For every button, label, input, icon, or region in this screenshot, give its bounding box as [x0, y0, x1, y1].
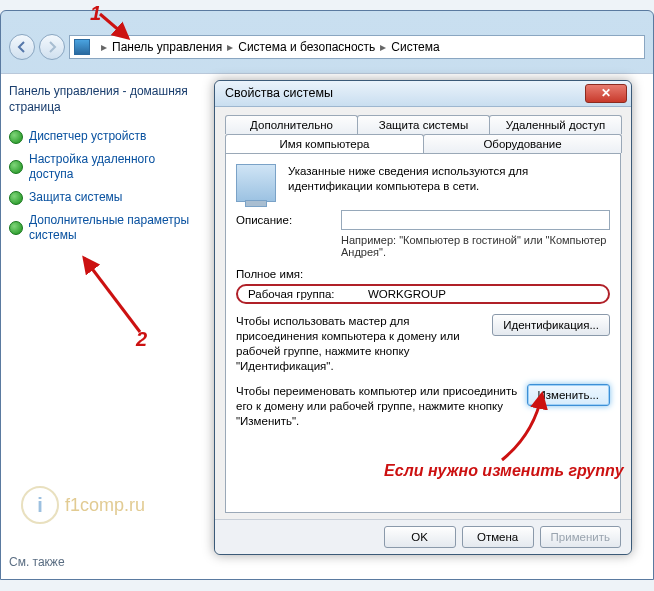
nav-row: ▸ Панель управления ▸ Система и безопасн… [9, 33, 645, 61]
identification-text: Чтобы использовать мастер для присоедине… [236, 314, 492, 374]
breadcrumb-seg-3[interactable]: Система [391, 40, 439, 54]
info-text: Указанные ниже сведения используются для… [288, 164, 610, 194]
fullname-label: Полное имя: [236, 268, 341, 280]
description-label: Описание: [236, 214, 341, 226]
system-properties-dialog: Свойства системы ✕ Дополнительно Защита … [214, 80, 632, 555]
shield-icon [9, 130, 23, 144]
change-text: Чтобы переименовать компьютер или присое… [236, 384, 527, 429]
dialog-title: Свойства системы [225, 86, 585, 100]
cancel-button[interactable]: Отмена [462, 526, 534, 548]
tab-remote[interactable]: Удаленный доступ [489, 115, 622, 134]
annotation-caption: Если нужно изменить группу [384, 462, 624, 480]
shield-icon [9, 191, 23, 205]
sidebar-item-label: Диспетчер устройств [29, 129, 146, 144]
computer-icon [74, 39, 90, 55]
sidebar-item-system-protection[interactable]: Защита системы [9, 190, 198, 205]
sidebar-item-advanced-settings[interactable]: Дополнительные параметры системы [9, 213, 198, 243]
dialog-titlebar[interactable]: Свойства системы ✕ [215, 81, 631, 107]
sidebar-item-label: Настройка удаленного доступа [29, 152, 198, 182]
shield-icon [9, 160, 23, 174]
tab-hardware[interactable]: Оборудование [423, 134, 622, 153]
sidebar-item-remote-settings[interactable]: Настройка удаленного доступа [9, 152, 198, 182]
shield-icon [9, 221, 23, 235]
address-bar[interactable]: ▸ Панель управления ▸ Система и безопасн… [69, 35, 645, 59]
tab-computer-name[interactable]: Имя компьютера [225, 134, 424, 153]
change-button[interactable]: Изменить... [527, 384, 610, 406]
dialog-button-row: OK Отмена Применить [215, 519, 631, 554]
close-button[interactable]: ✕ [585, 84, 627, 103]
watermark: i f1comp.ru [21, 486, 145, 524]
see-also-label: См. также [9, 555, 65, 569]
breadcrumb-seg-1[interactable]: Панель управления [112, 40, 222, 54]
identification-button[interactable]: Идентификация... [492, 314, 610, 336]
watermark-text: f1comp.ru [65, 495, 145, 516]
apply-button[interactable]: Применить [540, 526, 621, 548]
chevron-right-icon: ▸ [375, 40, 391, 54]
computer-icon [236, 164, 276, 202]
ok-button[interactable]: OK [384, 526, 456, 548]
workgroup-label: Рабочая группа: [248, 288, 368, 300]
dialog-body: Дополнительно Защита системы Удаленный д… [215, 107, 631, 519]
tab-advanced[interactable]: Дополнительно [225, 115, 358, 134]
sidebar-item-label: Дополнительные параметры системы [29, 213, 198, 243]
chevron-right-icon: ▸ [222, 40, 238, 54]
description-hint: Например: "Компьютер в гостиной" или "Ко… [341, 234, 610, 258]
description-input[interactable] [341, 210, 610, 230]
watermark-icon: i [21, 486, 59, 524]
sidebar-item-label: Защита системы [29, 190, 122, 205]
annotation-number-1: 1 [90, 2, 101, 25]
sidebar-title[interactable]: Панель управления - домашняя страница [9, 84, 198, 115]
tab-page-computer-name: Указанные ниже сведения используются для… [225, 153, 621, 513]
nav-forward-button[interactable] [39, 34, 65, 60]
breadcrumb-seg-2[interactable]: Система и безопасность [238, 40, 375, 54]
workgroup-value: WORKGROUP [368, 288, 446, 300]
annotation-number-2: 2 [136, 328, 147, 351]
tab-system-protection[interactable]: Защита системы [357, 115, 490, 134]
workgroup-highlight: Рабочая группа: WORKGROUP [236, 284, 610, 304]
sidebar-item-device-manager[interactable]: Диспетчер устройств [9, 129, 198, 144]
nav-back-button[interactable] [9, 34, 35, 60]
chevron-right-icon: ▸ [96, 40, 112, 54]
close-icon: ✕ [601, 86, 611, 100]
